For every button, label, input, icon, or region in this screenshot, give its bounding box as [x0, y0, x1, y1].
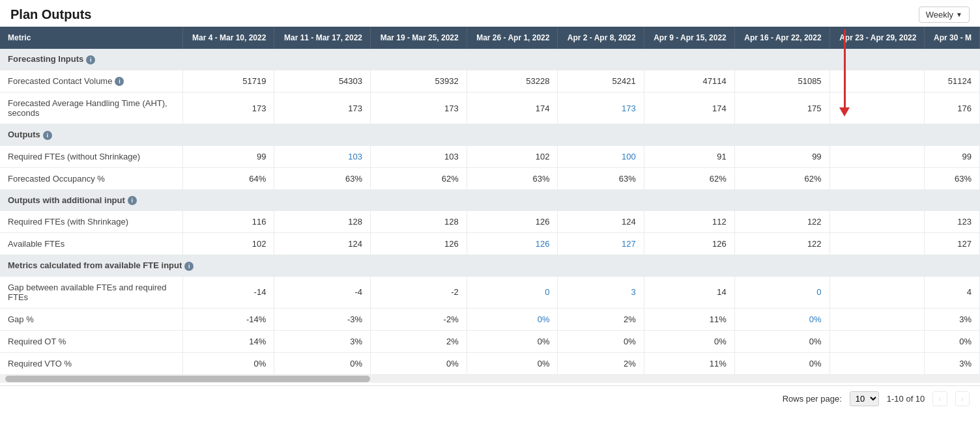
value-cell: 123 — [925, 211, 980, 233]
value-cell: 0% — [182, 352, 274, 374]
value-cell: 0% — [371, 352, 467, 374]
value-cell: 122 — [734, 233, 829, 255]
value-cell: 112 — [644, 211, 734, 233]
value-cell: 63% — [467, 167, 558, 189]
section-label-outputs: Outputsi — [0, 124, 980, 146]
col-mar19: Mar 19 - Mar 25, 2022 — [371, 27, 467, 49]
value-cell: -14% — [182, 308, 274, 330]
value-cell: 0% — [925, 330, 980, 352]
value-cell: 47114 — [644, 70, 734, 92]
info-icon-outputs[interactable]: i — [43, 131, 52, 140]
scrollbar-thumb[interactable] — [5, 376, 370, 382]
value-cell: 0% — [467, 352, 558, 374]
value-cell: 3% — [925, 352, 980, 374]
value-cell: 102 — [467, 145, 558, 167]
value-cell: 52421 — [558, 70, 644, 92]
value-cell: 173 — [274, 92, 371, 124]
chevron-down-icon: ▼ — [956, 11, 962, 18]
table-row: Required FTEs (without Shrinkage)9910310… — [0, 145, 980, 167]
value-cell: 3% — [274, 330, 371, 352]
value-cell: 0% — [467, 308, 558, 330]
metric-cell: Forecasted Average Handling Time (AHT), … — [0, 92, 182, 124]
value-cell: 176 — [925, 92, 980, 124]
value-cell: 11% — [644, 308, 734, 330]
weekly-dropdown[interactable]: Weekly ▼ — [919, 7, 970, 23]
col-apr16: Apr 16 - Apr 22, 2022 — [734, 27, 829, 49]
value-cell: 51085 — [734, 70, 829, 92]
value-cell: 128 — [274, 211, 371, 233]
value-cell: 126 — [371, 233, 467, 255]
plan-outputs-table: Metric Mar 4 - Mar 10, 2022 Mar 11 - Mar… — [0, 27, 980, 375]
info-icon-metric[interactable]: i — [115, 77, 124, 86]
value-cell: 63% — [558, 167, 644, 189]
value-cell: -14 — [182, 276, 274, 308]
value-cell: 124 — [558, 211, 644, 233]
value-cell: 100 — [558, 145, 644, 167]
value-cell: 0 — [467, 276, 558, 308]
value-cell: 51719 — [182, 70, 274, 92]
section-header-forecasting-inputs: Forecasting Inputsi — [0, 49, 980, 70]
value-cell: 116 — [182, 211, 274, 233]
section-label-outputs-additional: Outputs with additional inputi — [0, 189, 980, 211]
value-cell: 54303 — [274, 70, 371, 92]
value-cell — [829, 211, 925, 233]
table-row: Required FTEs (with Shrinkage)1161281281… — [0, 211, 980, 233]
header-row: Plan Outputs Weekly ▼ — [0, 0, 980, 27]
value-cell: 0% — [734, 330, 829, 352]
col-apr30: Apr 30 - M — [925, 27, 980, 49]
value-cell: -2 — [371, 276, 467, 308]
value-cell: 175 — [734, 92, 829, 124]
value-cell: 99 — [182, 145, 274, 167]
next-page-button[interactable]: › — [955, 391, 970, 406]
col-apr2: Apr 2 - Apr 8, 2022 — [558, 27, 644, 49]
value-cell: 173 — [182, 92, 274, 124]
section-header-outputs: Outputsi — [0, 124, 980, 146]
metric-cell: Required OT % — [0, 330, 182, 352]
value-cell: 122 — [734, 211, 829, 233]
value-cell: 126 — [467, 233, 558, 255]
info-icon-outputs-additional[interactable]: i — [128, 196, 137, 205]
value-cell: 124 — [274, 233, 371, 255]
rows-per-page-select[interactable]: 10 25 50 — [850, 391, 879, 406]
value-cell: 53932 — [371, 70, 467, 92]
value-cell: 14% — [182, 330, 274, 352]
metric-cell: Required FTEs (with Shrinkage) — [0, 211, 182, 233]
footer-row: Rows per page: 10 25 50 1-10 of 10 ‹ › — [0, 385, 980, 411]
value-cell: 103 — [274, 145, 371, 167]
horizontal-scrollbar[interactable] — [0, 375, 980, 383]
value-cell: 63% — [274, 167, 371, 189]
value-cell: 127 — [925, 233, 980, 255]
value-cell: -4 — [274, 276, 371, 308]
value-cell: 4 — [925, 276, 980, 308]
section-label-metrics-calculated: Metrics calculated from available FTE in… — [0, 255, 980, 277]
col-mar4: Mar 4 - Mar 10, 2022 — [182, 27, 274, 49]
value-cell: 103 — [371, 145, 467, 167]
table-row: Forecasted Occupancy %64%63%62%63%63%62%… — [0, 167, 980, 189]
col-apr9: Apr 9 - Apr 15, 2022 — [644, 27, 734, 49]
value-cell — [829, 167, 925, 189]
value-cell — [829, 145, 925, 167]
table-row: Forecasted Contact Volumei51719543035393… — [0, 70, 980, 92]
table-row: Gap %-14%-3%-2%0%2%11%0%3% — [0, 308, 980, 330]
section-header-outputs-additional: Outputs with additional inputi — [0, 189, 980, 211]
info-icon-forecasting-inputs[interactable]: i — [86, 55, 95, 64]
value-cell: 64% — [182, 167, 274, 189]
value-cell: 0% — [734, 308, 829, 330]
weekly-label: Weekly — [926, 10, 953, 20]
section-header-metrics-calculated: Metrics calculated from available FTE in… — [0, 255, 980, 277]
value-cell: 0 — [734, 276, 829, 308]
value-cell — [829, 92, 925, 124]
value-cell: 102 — [182, 233, 274, 255]
metric-cell: Forecasted Contact Volumei — [0, 70, 182, 92]
table-row: Required OT %14%3%2%0%0%0%0%0% — [0, 330, 980, 352]
value-cell: 99 — [734, 145, 829, 167]
value-cell — [829, 352, 925, 374]
section-label-forecasting-inputs: Forecasting Inputsi — [0, 49, 980, 70]
prev-page-button[interactable]: ‹ — [932, 391, 947, 406]
table-row: Available FTEs102124126126127126122127 — [0, 233, 980, 255]
table-row: Required VTO %0%0%0%0%2%11%0%3% — [0, 352, 980, 374]
value-cell: 174 — [467, 92, 558, 124]
page-title: Plan Outputs — [10, 7, 91, 22]
value-cell: 3% — [925, 308, 980, 330]
info-icon-metrics-calculated[interactable]: i — [184, 262, 194, 271]
